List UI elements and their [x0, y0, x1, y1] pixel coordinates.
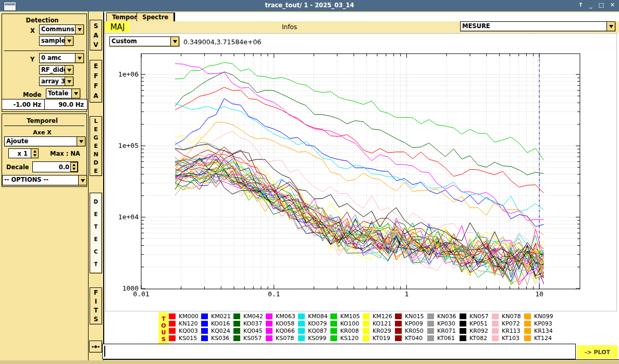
legend-item-KM042[interactable]: KM042: [233, 312, 266, 320]
legend-item-KN057[interactable]: KN057: [460, 312, 492, 320]
legend-item-KR092[interactable]: KR092: [460, 327, 492, 334]
legend-item-KS099[interactable]: KS099: [298, 335, 330, 342]
range-select[interactable]: Custom: [109, 36, 179, 46]
axe-x-select[interactable]: Ajoute: [4, 136, 85, 146]
maximize-window-icon[interactable]: □: [598, 2, 603, 8]
mode-select[interactable]: Totale: [46, 89, 80, 98]
legend-item-KQ045[interactable]: KQ045: [233, 327, 266, 334]
chevron-down-icon[interactable]: [65, 77, 73, 85]
sav-button[interactable]: S A V: [90, 20, 102, 51]
decale-stepper[interactable]: [70, 162, 78, 172]
legend-item-KT040[interactable]: KT040: [395, 335, 427, 342]
scale-field[interactable]: x 1: [8, 148, 31, 158]
legend-label: KS036: [211, 335, 229, 342]
legend-item-KO037[interactable]: KO037: [233, 320, 266, 327]
chevron-down-icon[interactable]: [75, 25, 83, 34]
legend-item-KT103[interactable]: KT103: [492, 335, 524, 342]
legend-swatch: [201, 313, 208, 319]
legend-item-KT019[interactable]: KT019: [363, 335, 395, 342]
legend-item-KT061[interactable]: KT061: [427, 335, 460, 342]
svg-text:1e+05: 1e+05: [118, 142, 139, 149]
max-label: Max : NA: [50, 150, 80, 157]
title-bar[interactable]: trace_tout/ 1 - 2025_03_14 ↑ _ □ ✕: [0, 0, 619, 11]
legend-item-KR029[interactable]: KR029: [363, 327, 395, 334]
close-window-icon[interactable]: ✕: [610, 2, 615, 8]
legend-item-KQ066[interactable]: KQ066: [266, 327, 298, 334]
y-array-select[interactable]: array 3: [39, 77, 73, 86]
chevron-down-icon[interactable]: [65, 36, 73, 45]
legend-item-KM084[interactable]: KM084: [298, 312, 330, 320]
legend-item-KR050[interactable]: KR050: [395, 327, 427, 334]
legend-item-KN120[interactable]: KN120: [169, 320, 201, 327]
legend-item-KM000[interactable]: KM000: [169, 312, 201, 320]
detection-group: Detection X Communs sample Y 0 amc RF_di…: [2, 14, 87, 112]
legend-label: KP009: [405, 320, 423, 327]
legend-item-KO058[interactable]: KO058: [266, 320, 298, 327]
legend-item-KQ087[interactable]: KQ087: [298, 327, 330, 334]
legend-item-KM126[interactable]: KM126: [363, 312, 395, 320]
legend-swatch: [460, 321, 466, 327]
chevron-down-icon[interactable]: [170, 37, 179, 46]
freq-max-field[interactable]: 90.0 Hz: [44, 99, 88, 110]
legend-label: KR134: [534, 328, 553, 334]
plot-button[interactable]: -> PLOT: [577, 345, 618, 359]
legend-item-KS036[interactable]: KS036: [201, 335, 233, 342]
maj-button[interactable]: MAJ: [105, 21, 130, 32]
legend-swatch: [201, 321, 208, 327]
chevron-down-icon[interactable]: [78, 175, 86, 185]
shade-window-icon[interactable]: ↑: [578, 2, 583, 8]
legend-item-KP093[interactable]: KP093: [524, 320, 556, 327]
freq-min-field[interactable]: -1.00 Hz: [2, 99, 45, 110]
legend-swatch: [266, 313, 273, 319]
legend-item-KN099[interactable]: KN099: [524, 312, 556, 320]
chevron-down-icon[interactable]: [71, 89, 80, 98]
mesure-select[interactable]: MESURE: [460, 21, 615, 31]
scale-stepper[interactable]: [31, 148, 39, 158]
legend-item-KR134[interactable]: KR134: [524, 327, 556, 334]
legend-item-KM105[interactable]: KM105: [330, 312, 363, 320]
legend-item-KQ024[interactable]: KQ024: [201, 327, 233, 334]
tab-spectre[interactable]: Spectre: [137, 12, 175, 21]
y-quantity-select[interactable]: RF_didq: [39, 65, 73, 74]
legend-item-KN078[interactable]: KN078: [492, 312, 524, 320]
legend-item-KS057[interactable]: KS057: [233, 335, 266, 342]
legend-item-KS015[interactable]: KS015: [169, 335, 201, 342]
legend-item-KT124[interactable]: KT124: [524, 335, 556, 342]
x-sample-select[interactable]: sample: [39, 36, 73, 46]
chevron-down-icon[interactable]: [75, 54, 83, 62]
autoscale-icon-button[interactable]: ▸◆◂: [89, 341, 102, 353]
legend-item-KP051[interactable]: KP051: [460, 320, 492, 327]
legend-item-KO079[interactable]: KO079: [298, 320, 330, 327]
legend-item-KQ003[interactable]: KQ003: [169, 327, 201, 334]
legend-item-KT082[interactable]: KT082: [460, 335, 492, 342]
legende-button[interactable]: L E G E N D E: [90, 116, 102, 176]
legend-item-KO016[interactable]: KO016: [201, 320, 233, 327]
legend-item-KP072[interactable]: KP072: [492, 320, 524, 327]
y-source-select[interactable]: 0 amc: [39, 53, 84, 63]
legend-item-KS078[interactable]: KS078: [266, 335, 298, 342]
effa-button[interactable]: E F F A: [90, 60, 102, 103]
legend-item-KP030[interactable]: KP030: [427, 320, 460, 327]
legend-item-KM021[interactable]: KM021: [201, 312, 233, 320]
minimize-window-icon[interactable]: _: [589, 2, 592, 8]
x-source-select[interactable]: Communs: [39, 24, 84, 34]
spectra-plot[interactable]: 10001e+041e+051e+060.010.1110: [104, 47, 619, 308]
legend-item-KO121[interactable]: KO121: [363, 320, 395, 327]
legend-item-KP009[interactable]: KP009: [395, 320, 427, 327]
legend-item-KS120[interactable]: KS120: [330, 335, 363, 342]
tous-button[interactable]: T O U S: [158, 312, 169, 346]
legend-item-KN015[interactable]: KN015: [395, 312, 427, 320]
legend-item-KN036[interactable]: KN036: [427, 312, 460, 320]
command-input[interactable]: [102, 344, 576, 359]
chevron-down-icon[interactable]: [606, 22, 615, 31]
chevron-down-icon[interactable]: [65, 66, 73, 74]
detect-button[interactable]: D E T E C T: [90, 193, 102, 273]
options-select[interactable]: -- OPTIONS --: [2, 175, 87, 185]
legend-item-KR113[interactable]: KR113: [492, 327, 524, 334]
chevron-down-icon[interactable]: [77, 137, 85, 146]
legend-item-KM063[interactable]: KM063: [266, 312, 298, 320]
legend-item-KR071[interactable]: KR071: [427, 327, 460, 334]
legend-swatch: [233, 335, 240, 341]
legend-item-KO100[interactable]: KO100: [330, 320, 363, 327]
legend-item-KR008[interactable]: KR008: [330, 327, 363, 334]
